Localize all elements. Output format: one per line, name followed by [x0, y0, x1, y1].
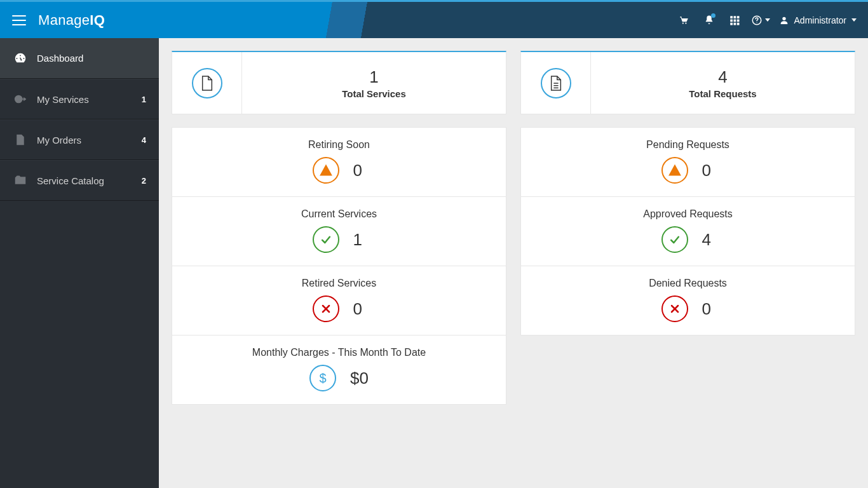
- logo-text-2: IQ: [90, 12, 105, 29]
- total-services-card[interactable]: 1 Total Services: [172, 51, 506, 114]
- stat-denied-requests[interactable]: Denied Requests 0: [521, 266, 855, 335]
- stat-value: 0: [702, 161, 715, 180]
- stat-value: 4: [702, 230, 715, 250]
- stat-title: Retired Services: [302, 278, 376, 289]
- logo-text-1: Manage: [38, 12, 90, 29]
- requests-column: 4 Total Requests Pending Requests 0: [520, 51, 855, 405]
- svg-rect-3: [730, 19, 733, 22]
- services-stats: Retiring Soon 0 Current Services: [172, 127, 506, 405]
- summary-icon-cell: [172, 52, 242, 114]
- svg-rect-4: [733, 19, 736, 22]
- summary-value: 4: [718, 67, 727, 87]
- check-icon: [661, 226, 688, 253]
- services-column: 1 Total Services Retiring Soon 0: [172, 51, 506, 405]
- header-right: Administrator: [671, 2, 868, 38]
- svg-point-14: [325, 173, 327, 174]
- stat-pending-requests[interactable]: Pending Requests 0: [521, 128, 855, 197]
- user-icon: [779, 15, 789, 25]
- document-icon: [192, 68, 222, 98]
- stat-value: $0: [350, 369, 369, 388]
- sidebar-item-badge: 1: [142, 95, 146, 104]
- app-logo[interactable]: ManageIQ: [38, 12, 105, 29]
- cart-button[interactable]: [671, 2, 696, 38]
- apps-grid-icon: [729, 15, 740, 26]
- svg-rect-8: [736, 22, 739, 25]
- main-content: 1 Total Services Retiring Soon 0: [159, 38, 868, 488]
- services-icon: [13, 92, 28, 107]
- stat-value: 0: [702, 299, 715, 319]
- sidebar-item-my-orders[interactable]: My Orders 4: [0, 119, 159, 160]
- warning-icon: [313, 157, 339, 184]
- total-requests-card[interactable]: 4 Total Requests: [520, 51, 855, 114]
- svg-rect-7: [733, 22, 736, 25]
- stat-title: Retiring Soon: [308, 139, 370, 151]
- warning-icon: [661, 157, 688, 184]
- sidebar-item-dashboard[interactable]: Dashboard: [0, 38, 159, 79]
- stat-current-services[interactable]: Current Services 1: [172, 197, 506, 266]
- stat-approved-requests[interactable]: Approved Requests 4: [521, 197, 855, 266]
- sidebar-item-service-catalog[interactable]: Service Catalog 2: [0, 160, 159, 201]
- requests-stats: Pending Requests 0 Approved Requests: [520, 127, 855, 336]
- stat-title: Approved Requests: [643, 208, 733, 220]
- x-icon: [313, 295, 339, 322]
- orders-icon: [13, 132, 28, 147]
- stat-title: Monthly Charges - This Month To Date: [252, 347, 426, 358]
- stat-retired-services[interactable]: Retired Services 0: [172, 266, 506, 336]
- help-menu[interactable]: [747, 15, 774, 26]
- check-icon: [313, 226, 339, 253]
- summary-label: Total Requests: [689, 88, 756, 99]
- menu-toggle-button[interactable]: [0, 2, 38, 38]
- sidebar-item-badge: 4: [142, 135, 146, 145]
- user-menu[interactable]: Administrator: [774, 15, 868, 25]
- notifications-button[interactable]: [696, 2, 722, 38]
- svg-rect-0: [730, 16, 733, 18]
- stat-title: Current Services: [301, 208, 377, 220]
- summary-label: Total Services: [342, 88, 406, 99]
- svg-point-10: [756, 22, 757, 23]
- cart-icon: [678, 15, 689, 26]
- catalog-icon: [13, 173, 28, 188]
- sidebar-item-label: My Orders: [37, 135, 81, 146]
- summary-value: 1: [369, 67, 378, 87]
- x-icon: [661, 295, 688, 322]
- stat-value: 0: [353, 161, 366, 180]
- document-lines-icon: [541, 68, 571, 98]
- stat-value: 1: [353, 230, 366, 250]
- sidebar-item-label: Service Catalog: [37, 175, 104, 186]
- stat-retiring-soon[interactable]: Retiring Soon 0: [172, 128, 506, 197]
- sidebar-item-my-services[interactable]: My Services 1: [0, 79, 159, 119]
- chevron-down-icon: [765, 18, 770, 22]
- stat-title: Denied Requests: [649, 278, 727, 289]
- chevron-down-icon: [851, 18, 857, 22]
- svg-rect-2: [736, 16, 739, 18]
- svg-point-11: [782, 17, 785, 20]
- stat-title: Pending Requests: [646, 139, 729, 151]
- svg-rect-5: [736, 19, 739, 22]
- svg-point-21: [674, 173, 675, 174]
- sidebar: Dashboard My Services 1 My Orders 4 Serv…: [0, 38, 159, 488]
- summary-body: 4 Total Requests: [591, 52, 855, 114]
- stat-monthly-charges[interactable]: Monthly Charges - This Month To Date $ $…: [172, 336, 506, 404]
- dollar-icon: $: [309, 365, 336, 391]
- sidebar-item-label: My Services: [37, 94, 89, 105]
- apps-button[interactable]: [722, 2, 747, 38]
- dashboard-icon: [13, 51, 28, 66]
- svg-point-12: [15, 96, 22, 103]
- notification-dot: [711, 13, 715, 18]
- sidebar-item-badge: 2: [142, 176, 146, 186]
- hamburger-icon: [12, 15, 26, 25]
- svg-rect-6: [730, 22, 733, 25]
- summary-body: 1 Total Services: [242, 52, 506, 114]
- header-left: ManageIQ: [0, 2, 105, 38]
- stat-value: 0: [353, 299, 366, 319]
- summary-icon-cell: [521, 52, 591, 114]
- user-label: Administrator: [794, 15, 846, 25]
- svg-rect-1: [733, 16, 736, 18]
- header: ManageIQ Administrator: [0, 2, 868, 38]
- sidebar-item-label: Dashboard: [37, 53, 83, 64]
- help-icon: [751, 15, 763, 26]
